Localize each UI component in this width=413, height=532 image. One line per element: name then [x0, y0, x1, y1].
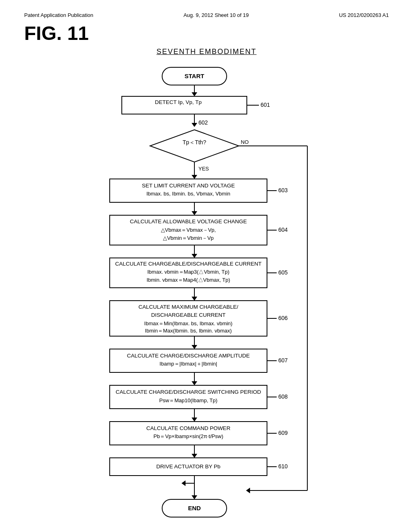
- ref-602-label: 602: [198, 119, 208, 126]
- svg-marker-2: [192, 92, 197, 96]
- box606-line4: Ibmin＝Max(Ibmin. bs, Ibmin. vbmax): [145, 328, 232, 334]
- ref-603: 603: [278, 187, 288, 193]
- box605-line2: Ibmax. vbmin＝Map3(△Vbmin, Tp): [147, 269, 229, 275]
- page-header: Patent Application Publication Aug. 9, 2…: [24, 12, 389, 18]
- page: Patent Application Publication Aug. 9, 2…: [0, 0, 413, 532]
- header-left: Patent Application Publication: [24, 12, 93, 18]
- svg-marker-17: [192, 211, 197, 215]
- svg-marker-37: [192, 418, 197, 422]
- diamond-label: Tp＜Tth?: [183, 139, 206, 145]
- ref-601: 601: [261, 102, 270, 108]
- box605-line3: Ibmin. vbmax＝Map4(△Vbmax, Tp): [146, 277, 230, 283]
- box606-line2: DISCHARGEABLE CURRENT: [151, 312, 226, 318]
- ref-605: 605: [278, 269, 288, 276]
- ref-607: 607: [278, 357, 288, 364]
- box609-line2: Pb＝Vp×Ibamp×sin(2π·t/Psw): [154, 433, 223, 439]
- box603-line1: SET LIMIT CURRENT AND VOLTAGE: [142, 183, 235, 189]
- box604-line1: CALCULATE ALLOWABLE VOLTAGE CHANGE: [130, 218, 247, 224]
- end-label: END: [188, 505, 201, 511]
- header-center: Aug. 9, 2012 Sheet 10 of 19: [184, 12, 249, 18]
- box604-line2: △Vbmax＝Vbmax－Vp,: [161, 227, 216, 233]
- yes-label: YES: [198, 166, 209, 172]
- svg-marker-33: [192, 381, 197, 385]
- header-right: US 2012/0200263 A1: [339, 12, 389, 18]
- svg-marker-11: [246, 488, 250, 493]
- svg-marker-46: [181, 480, 186, 486]
- box607-line2: Ibamp＝|Ibmax|＋|Ibmin|: [160, 361, 217, 367]
- box609-line1: CALCULATE COMMAND POWER: [146, 425, 231, 431]
- detect-label: DETECT Ip, Vp, Tp: [155, 99, 202, 105]
- svg-marker-6: [192, 123, 197, 127]
- box603-line2: Ibmax. bs, Ibmin. bs, Vbmax, Vbmin: [146, 191, 230, 197]
- section-title: SEVENTH EMBODIMENT: [156, 48, 257, 56]
- svg-marker-48: [192, 495, 197, 499]
- svg-marker-21: [192, 254, 197, 258]
- box605-line1: CALCULATE CHARGEABLE/DISCHARGEABLE CURRE…: [115, 261, 262, 267]
- box608-line2: Psw＝Map10(Ibamp, Tp): [159, 397, 217, 403]
- ref-610: 610: [278, 463, 288, 470]
- box610-line1: DRIVE ACTUATOR BY Pb: [156, 463, 220, 470]
- box608-line1: CALCULATE CHARGE/DISCHARGE SWITCHING PER…: [116, 389, 261, 395]
- figure-title: FIG. 11: [24, 22, 389, 44]
- box607-line1: CALCULATE CHARGE/DISCHARGE AMPLITUDE: [127, 353, 250, 359]
- ref-606: 606: [278, 315, 288, 321]
- ref-608: 608: [278, 393, 288, 400]
- ref-604: 604: [278, 227, 288, 233]
- start-label: START: [185, 73, 204, 79]
- svg-marker-41: [192, 454, 197, 458]
- diagram-container: SEVENTH EMBODIMENT START DETECT Ip, Vp, …: [24, 48, 389, 519]
- no-label: NO: [241, 139, 249, 145]
- box606-line3: Ibmax＝Min(Ibmax. bs, Ibmax. vbmin): [144, 320, 233, 326]
- box606-line1: CALCULATE MAXIMUM CHARGEABLE/: [138, 304, 238, 310]
- flowchart-svg: START DETECT Ip, Vp, Tp 601 602 Tp＜Tth? …: [65, 63, 348, 519]
- svg-marker-29: [192, 345, 197, 349]
- svg-marker-13: [192, 175, 197, 179]
- box604-line3: △Vbmin＝Vbmin－Vp: [163, 235, 214, 241]
- svg-marker-25: [192, 297, 197, 301]
- ref-609: 609: [278, 430, 288, 436]
- svg-marker-7: [150, 130, 239, 162]
